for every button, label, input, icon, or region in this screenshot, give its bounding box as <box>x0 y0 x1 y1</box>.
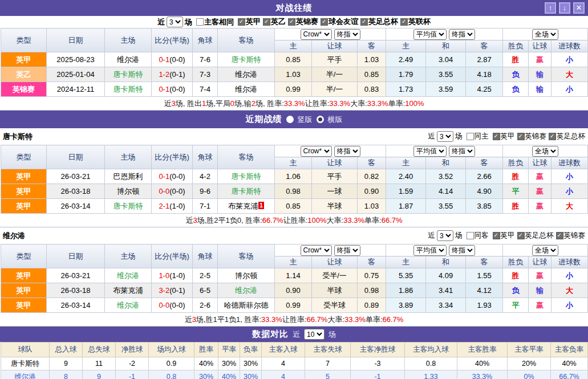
comparison-value: 33.3% <box>457 370 508 379</box>
checkbox-label: 同主 <box>475 132 489 141</box>
summary-segment: 100% <box>405 99 424 108</box>
odds-handicap: 一球 <box>312 184 358 199</box>
odds-away: 0.83 <box>358 82 386 97</box>
league-label: 英甲 <box>501 231 515 241</box>
league-checkbox[interactable]: 英锦赛 <box>554 231 586 241</box>
odds-handicap: 半球 <box>312 283 358 298</box>
sub-handicap: 让球 <box>312 256 358 268</box>
league-label: 英锦赛 <box>564 231 586 241</box>
col-score: 比分(半场) <box>152 244 193 268</box>
avg-stage-select[interactable]: 终指 <box>449 146 475 157</box>
horizontal-layout-radio[interactable] <box>317 116 324 123</box>
comparison-bar: 数据对比 近 10 场 <box>0 327 588 342</box>
avg-stage-select[interactable]: 终指 <box>449 245 475 256</box>
league-checkbox[interactable]: 英足总杯 <box>546 132 585 141</box>
portvale-rounds-select[interactable]: 3 <box>437 230 453 241</box>
doncaster-summary: 近3场,胜2平1负0, 胜率:66.7% 让胜率:100% 大率:33.3% 单… <box>0 214 588 227</box>
match-date: 2024-12-11 <box>47 82 105 97</box>
league-checkbox[interactable]: 球会友谊 <box>318 17 358 27</box>
league-checkbox[interactable]: 英足总杯 <box>358 17 398 27</box>
summary-segment: 让胜率: <box>282 315 307 325</box>
col-home: 主场 <box>105 28 152 52</box>
result-value: 胜 <box>512 202 520 210</box>
home-team: 唐卡斯特 <box>105 199 152 214</box>
move-down-button[interactable]: ↓ <box>559 2 570 14</box>
bookmaker-select[interactable]: Crow* <box>301 146 332 157</box>
league-checkbox[interactable]: 英甲 <box>490 231 515 241</box>
league-badge: 英甲 <box>1 298 47 313</box>
odds-away: 0.82 <box>358 169 386 184</box>
corner-count: 7-3 <box>193 67 218 82</box>
league-checkbox[interactable]: 英联杯 <box>398 17 431 27</box>
match-row: 英甲26-03-18博尔顿0-0(0-0)9-6唐卡斯特0.98一球0.901.… <box>1 184 588 199</box>
result-value: 输 <box>536 70 544 79</box>
league-checkbox[interactable]: 英锦赛 <box>286 17 318 27</box>
odds-stage-select[interactable]: 终指 <box>334 146 360 157</box>
comparison-column-header: 主客胜率 <box>457 343 508 357</box>
odds-handicap: 半/一 <box>312 82 358 97</box>
portvale-summary: 近3场,胜1平1负1, 胜率:33.3% 让胜率:66.7% 大率:33.3% … <box>0 313 588 326</box>
same-home-checkbox[interactable]: 同主 <box>464 132 489 141</box>
vertical-layout-radio[interactable] <box>286 116 294 123</box>
sub-avg-home: 主 <box>386 40 426 52</box>
result-goals: 大 <box>551 67 588 82</box>
bookmaker-select[interactable]: Crow* <box>301 29 332 40</box>
avg-stage-select[interactable]: 终指 <box>449 29 475 40</box>
checkbox-icon <box>467 133 474 140</box>
fulltime-select[interactable]: 全场 <box>532 146 558 157</box>
average-select[interactable]: 平均值 <box>413 146 447 157</box>
comparison-rounds-select[interactable]: 10 <box>304 329 325 340</box>
comparison-value: 4 <box>262 370 305 379</box>
result-handicap: 输 <box>529 283 551 298</box>
result-outcome: 平 <box>503 184 529 199</box>
sub-avg-home: 主 <box>386 256 426 268</box>
checkbox-checked-icon <box>493 133 500 140</box>
comparison-value: -2 <box>116 357 149 370</box>
comparison-value: 40% <box>194 357 218 370</box>
h2h-rounds-select[interactable]: 3 <box>167 17 183 27</box>
odds-stage-select[interactable]: 终指 <box>334 29 360 40</box>
result-goals: 小 <box>551 268 588 283</box>
avg-source-cell: 平均值终指 <box>386 244 503 256</box>
move-up-button[interactable]: ↑ <box>545 2 556 14</box>
sub-avg-draw: 和 <box>426 157 466 169</box>
halftime-score: (0-0) <box>169 301 185 309</box>
odds-source-cell: Crow*终指 <box>275 244 386 256</box>
result-goals: 小 <box>551 52 588 67</box>
league-checkbox[interactable]: 英甲 <box>236 17 261 27</box>
fulltime-select[interactable]: 全场 <box>532 245 558 256</box>
same-away-checkbox[interactable]: 同客 <box>464 231 489 241</box>
close-button[interactable]: ✕ <box>573 2 585 14</box>
team-name: 巴恩斯利 <box>113 172 143 181</box>
summary-segment: 33.3% <box>261 315 282 324</box>
match-date: 26-03-21 <box>47 169 105 184</box>
odds-stage-select[interactable]: 终指 <box>334 245 360 256</box>
sub-outcome: 胜负 <box>503 40 529 52</box>
league-checkbox[interactable]: 英锦赛 <box>515 132 547 141</box>
result-value: 负 <box>512 70 520 79</box>
same-home-away-checkbox[interactable]: 主客相同 <box>194 17 234 27</box>
comparison-column-header: 球队 <box>1 343 50 357</box>
summary-segment: 66.7% <box>382 216 403 225</box>
average-select[interactable]: 平均值 <box>413 29 447 40</box>
average-select[interactable]: 平均值 <box>413 245 447 256</box>
team-name: 布莱克浦 <box>113 286 143 295</box>
bookmaker-select[interactable]: Crow* <box>301 245 332 256</box>
odds-source-cell: Crow*终指 <box>275 28 386 40</box>
sub-away: 客 <box>358 40 386 52</box>
comparison-table: 球队总入球总失球净胜球场均入球胜率平率负率主客入球主客失球主客净胜球主客均入球主… <box>1 342 588 379</box>
league-checkbox[interactable]: 英甲 <box>490 132 515 141</box>
comparison-column-header: 主客失球 <box>305 343 351 357</box>
halftime-score: (0-0) <box>169 187 185 195</box>
doncaster-rounds-select[interactable]: 3 <box>437 131 453 142</box>
match-score: 2-1(1-0) <box>152 199 193 214</box>
league-checkbox[interactable]: 英足总杯 <box>515 231 554 241</box>
comparison-column-header: 主客平率 <box>508 343 551 357</box>
odds-home: 0.90 <box>275 283 312 298</box>
avg-away: 4.90 <box>466 184 503 199</box>
fulltime-select[interactable]: 全场 <box>532 29 558 40</box>
odds-away: 0.85 <box>358 67 386 82</box>
sub-handicap: 让球 <box>312 40 358 52</box>
league-checkbox[interactable]: 英乙 <box>261 17 286 27</box>
comparison-team-name[interactable]: 维尔港 <box>1 370 50 379</box>
